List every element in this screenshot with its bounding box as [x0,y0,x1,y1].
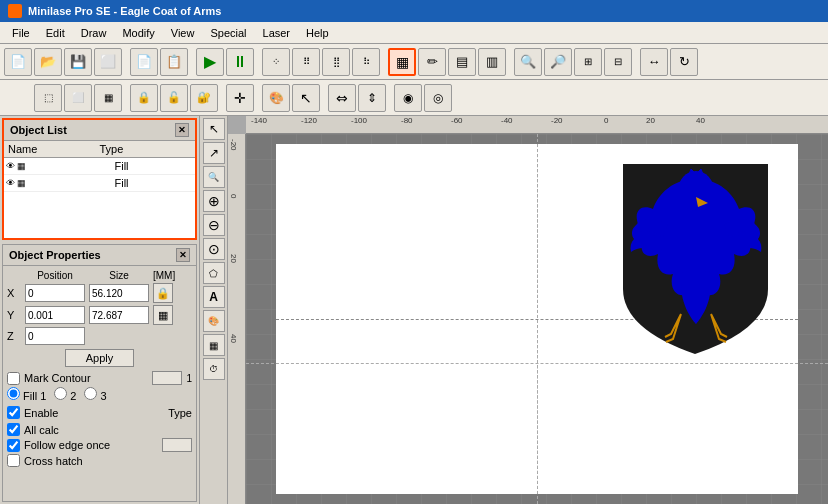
menu-modify[interactable]: Modify [114,25,162,41]
dots1-button[interactable]: ⁘ [262,48,290,76]
mirror-h-button[interactable]: ⇔ [328,84,356,112]
fill2-radio-label[interactable]: 2 [54,387,76,402]
zoom-all-button[interactable]: ⊟ [604,48,632,76]
menu-special[interactable]: Special [202,25,254,41]
color-fill-tool[interactable]: 🎨 [203,310,225,332]
mirror-v-button[interactable]: ⇕ [358,84,386,112]
mark-contour-row: Mark Contour 1 [7,371,192,385]
v-ruler-tick: 0 [229,194,238,198]
cross-hatch-checkbox[interactable] [7,454,20,467]
horizontal-ruler: -140 -120 -100 -80 -60 -40 -20 0 20 40 [246,116,828,134]
menu-draw[interactable]: Draw [73,25,115,41]
text-tool[interactable]: A [203,286,225,308]
lock-size-button[interactable]: ▦ [153,305,173,325]
polygon-tool[interactable]: ⬠ [203,262,225,284]
open-button[interactable]: 📂 [34,48,62,76]
all-calc-checkbox[interactable] [7,423,20,436]
color-button[interactable]: 🎨 [262,84,290,112]
x-size-input[interactable] [89,284,149,302]
table1-button[interactable]: ▤ [448,48,476,76]
secondary-toolbar: ⬚ ⬜ ▦ 🔒 🔓 🔐 ✛ 🎨 ↖ ⇔ ⇕ ◉ ◎ [0,80,828,116]
node-edit-tool[interactable]: ↗ [203,142,225,164]
fill3-radio-label[interactable]: 3 [84,387,106,402]
lock-button[interactable]: 🔒 [130,84,158,112]
fill3-radio[interactable] [84,387,97,400]
units-label: [MM] [153,270,175,281]
play-button[interactable]: ▶ [196,48,224,76]
dots2-button[interactable]: ⠿ [292,48,320,76]
new-button[interactable]: 📄 [4,48,32,76]
apply-button[interactable]: Apply [65,349,135,367]
main-canvas[interactable] [246,134,828,504]
sel-dotted-button[interactable]: ⬜ [64,84,92,112]
cross-hatch-row: Cross hatch [7,454,192,467]
ruler-tick: -140 [251,116,267,125]
unlock-button[interactable]: 🔓 [160,84,188,112]
new2-button[interactable]: 📄 [130,48,158,76]
fill2-radio[interactable] [54,387,67,400]
enable-row: Enable [7,406,58,419]
title-bar: Minilase Pro SE - Eagle Coat of Arms [0,0,828,22]
copy2-button[interactable]: 📋 [160,48,188,76]
pause-button[interactable]: ⏸ [226,48,254,76]
object-props-header: Object Properties ✕ [3,245,196,266]
canvas-with-ruler: -20 0 20 40 [228,134,828,504]
ruler-tick: -120 [301,116,317,125]
timer-tool[interactable]: ⏱ [203,358,225,380]
menu-help[interactable]: Help [298,25,337,41]
sel-rect-button[interactable]: ⬚ [34,84,62,112]
list-item[interactable]: 👁 ▦ Fill [4,158,195,175]
zoom-region-tool[interactable]: ⊙ [203,238,225,260]
grid-button[interactable]: ▦ [388,48,416,76]
menu-file[interactable]: File [4,25,38,41]
object-properties-panel: Object Properties ✕ Position Size [MM] X… [2,244,197,502]
zoom-in-button[interactable]: 🔍 [514,48,542,76]
grid-snap-button[interactable]: ▦ [94,84,122,112]
zoom-minus-tool[interactable]: ⊖ [203,214,225,236]
mark-contour-checkbox[interactable] [7,372,20,385]
object-props-close[interactable]: ✕ [176,248,190,262]
table2-button[interactable]: ▥ [478,48,506,76]
lock2-button[interactable]: 🔐 [190,84,218,112]
eye2-button[interactable]: ◎ [424,84,452,112]
zoom-fit-button[interactable]: ⊞ [574,48,602,76]
cross-hatch-label: Cross hatch [24,455,83,467]
arrow-tool[interactable]: ↖ [203,118,225,140]
menu-edit[interactable]: Edit [38,25,73,41]
fill1-radio[interactable] [7,387,20,400]
row-type-2: Fill [115,177,194,189]
y-size-input[interactable] [89,306,149,324]
save-button[interactable]: 💾 [64,48,92,76]
follow-edge-checkbox[interactable] [7,439,20,452]
hatch-tool[interactable]: ▦ [203,334,225,356]
zoom-tool[interactable]: 🔍 [203,166,225,188]
enable-checkbox[interactable] [7,406,20,419]
menu-laser[interactable]: Laser [255,25,299,41]
brush-button[interactable]: ✏ [418,48,446,76]
ruler-tick: 20 [646,116,655,125]
follow-edge-label: Follow edge once [24,439,110,451]
enable-label: Enable [24,407,58,419]
move-button[interactable]: ✛ [226,84,254,112]
y-position-input[interactable] [25,306,85,324]
eye-icon: 👁 [6,178,15,188]
list-item[interactable]: 👁 ▦ Fill [4,175,195,192]
canvas-area: -140 -120 -100 -80 -60 -40 -20 0 20 40 -… [228,116,828,504]
object-list-close[interactable]: ✕ [175,123,189,137]
lock-aspect-button[interactable]: 🔒 [153,283,173,303]
menu-view[interactable]: View [163,25,203,41]
fill1-radio-label[interactable]: Fill 1 [7,387,46,402]
x-position-input[interactable] [25,284,85,302]
preview-button[interactable]: ⬜ [94,48,122,76]
zoom-plus-tool[interactable]: ⊕ [203,190,225,212]
eye1-button[interactable]: ◉ [394,84,422,112]
pointer-button[interactable]: ↖ [292,84,320,112]
dots4-button[interactable]: ⠷ [352,48,380,76]
dots3-button[interactable]: ⣿ [322,48,350,76]
z-position-input[interactable] [25,327,85,345]
pan-button[interactable]: ↔ [640,48,668,76]
object-list-column-headers: Name Type [4,141,195,158]
rotate-button[interactable]: ↻ [670,48,698,76]
v-ruler-tick: 20 [229,254,238,263]
zoom-out-button[interactable]: 🔎 [544,48,572,76]
